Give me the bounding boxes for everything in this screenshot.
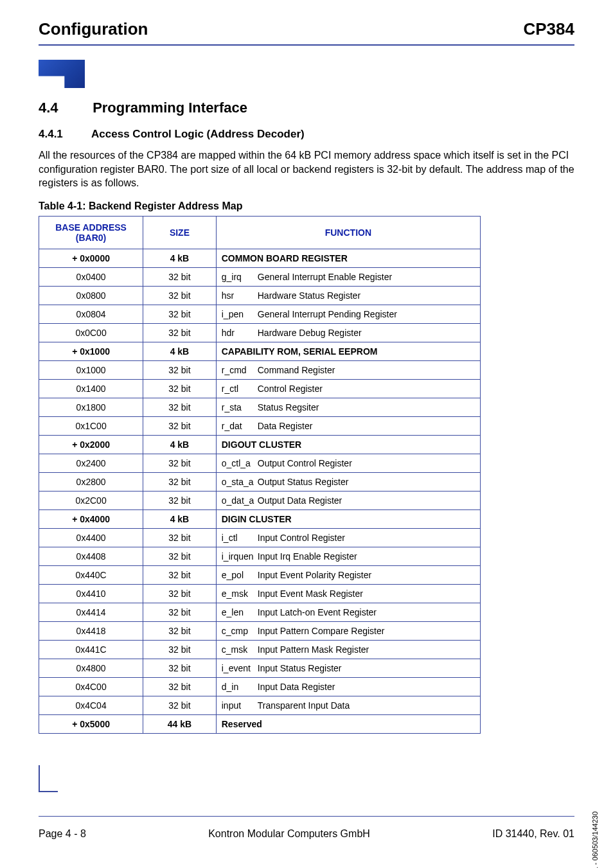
cell-function: DIGOUT CLUSTER xyxy=(216,435,480,454)
cell-size: 32 bit xyxy=(143,565,217,584)
cell-function: i_eventInput Status Register xyxy=(216,659,480,677)
fn-short: o_sta_a xyxy=(222,477,258,487)
cell-function: o_sta_aOutput Status Register xyxy=(216,472,480,491)
fn-short: r_cmd xyxy=(222,365,258,375)
cell-address: 0x4800 xyxy=(39,659,143,677)
cell-function: DIGIN CLUSTER xyxy=(216,509,480,528)
cell-address: 0x440C xyxy=(39,565,143,584)
footer-right: ID 31440, Rev. 01 xyxy=(492,828,574,840)
fn-short: o_dat_a xyxy=(222,495,258,506)
cell-size: 32 bit xyxy=(143,286,217,305)
table-row: 0x2C0032 bito_dat_aOutput Data Register xyxy=(39,491,481,509)
table-row: 0x4C0032 bitd_inInput Data Register xyxy=(39,677,481,696)
logo-icon xyxy=(39,60,85,88)
cell-address: 0x0800 xyxy=(39,286,143,305)
fn-short: c_msk xyxy=(222,644,258,655)
table-row: 0x040032 bitg_irqGeneral Interrupt Enabl… xyxy=(39,267,481,286)
cell-size: 32 bit xyxy=(143,379,217,398)
fn-short: i_event xyxy=(222,663,258,673)
table-caption: Table 4-1: Backend Register Address Map xyxy=(39,200,574,212)
section-title: Programming Interface xyxy=(93,100,247,116)
fn-desc: Output Status Register xyxy=(258,477,349,487)
table-row: 0x100032 bitr_cmdCommand Register xyxy=(39,360,481,379)
cell-size: 32 bit xyxy=(143,659,217,677)
cell-function: r_cmdCommand Register xyxy=(216,360,480,379)
table-row: 0x480032 biti_eventInput Status Register xyxy=(39,659,481,677)
cell-function: e_polInput Event Polarity Register xyxy=(216,565,480,584)
table-row: 0x441C32 bitc_mskInput Pattern Mask Regi… xyxy=(39,640,481,659)
fn-desc: Input Event Polarity Register xyxy=(258,570,371,580)
cell-function: COMMON BOARD REGISTER xyxy=(216,249,480,267)
cell-address: 0x4414 xyxy=(39,603,143,621)
fn-short: d_in xyxy=(222,682,258,692)
th-address: BASE ADDRESS (BAR0) xyxy=(39,216,143,249)
table-row: 0x441432 bite_lenInput Latch-on Event Re… xyxy=(39,603,481,621)
fn-desc: Input Status Register xyxy=(258,663,342,673)
cell-function: i_penGeneral Interrupt Pending Register xyxy=(216,305,480,323)
fn-desc: General Interrupt Enable Register xyxy=(258,272,392,282)
cell-size: 32 bit xyxy=(143,621,217,640)
footer-left: Page 4 - 8 xyxy=(39,828,86,840)
fn-desc: Output Data Register xyxy=(258,495,342,506)
cell-function: e_mskInput Event Mask Register xyxy=(216,584,480,603)
cell-function: o_ctl_aOutput Control Register xyxy=(216,454,480,472)
cell-address: 0x441C xyxy=(39,640,143,659)
table-row: 0x0C0032 bithdrHardware Debug Register xyxy=(39,323,481,342)
table-row: 0x440032 biti_ctlInput Control Register xyxy=(39,528,481,547)
cell-function: e_lenInput Latch-on Event Register xyxy=(216,603,480,621)
fn-desc: Transparent Input Data xyxy=(258,700,350,711)
cell-address: 0x4C04 xyxy=(39,696,143,714)
cell-size: 32 bit xyxy=(143,677,217,696)
cell-address: 0x4C00 xyxy=(39,677,143,696)
cell-function: r_staStatus Regsiter xyxy=(216,398,480,416)
fn-short: i_irquen xyxy=(222,551,258,562)
fn-desc: Input Irq Enable Register xyxy=(258,551,357,562)
cell-size: 44 kB xyxy=(143,714,217,733)
cell-function: g_irqGeneral Interrupt Enable Register xyxy=(216,267,480,286)
cell-function: c_mskInput Pattern Mask Register xyxy=(216,640,480,659)
cell-address: 0x1000 xyxy=(39,360,143,379)
cell-function: r_datData Register xyxy=(216,416,480,435)
cell-size: 32 bit xyxy=(143,398,217,416)
header-left: Configuration xyxy=(39,19,148,39)
cell-size: 32 bit xyxy=(143,584,217,603)
subsection-heading: 4.4.1 Access Control Logic (Address Deco… xyxy=(39,128,574,141)
cell-function: i_ctlInput Control Register xyxy=(216,528,480,547)
fn-short: input xyxy=(222,700,258,711)
body-paragraph: All the resources of the CP384 are mappe… xyxy=(39,148,574,190)
section-heading: 4.4 Programming Interface xyxy=(39,100,574,116)
cell-function: c_cmpInput Pattern Compare Register xyxy=(216,621,480,640)
cell-size: 4 kB xyxy=(143,435,217,454)
cell-function: i_irquenInput Irq Enable Register xyxy=(216,547,480,565)
fn-desc: Hardware Debug Register xyxy=(258,328,362,338)
revision-sidetext: RevNr. = CP384 - 31440_01 - 060503/14423… xyxy=(591,811,599,868)
th-function: FUNCTION xyxy=(216,216,480,249)
cell-function: inputTransparent Input Data xyxy=(216,696,480,714)
cell-size: 32 bit xyxy=(143,323,217,342)
fn-short: e_msk xyxy=(222,589,258,599)
page-header: Configuration CP384 xyxy=(39,19,574,39)
fn-desc: Input Control Register xyxy=(258,533,345,543)
fn-short: o_ctl_a xyxy=(222,458,258,468)
fn-desc: Output Control Register xyxy=(258,458,352,468)
table-row: 0x440C32 bite_polInput Event Polarity Re… xyxy=(39,565,481,584)
table-row: 0x441032 bite_mskInput Event Mask Regist… xyxy=(39,584,481,603)
fn-short: c_cmp xyxy=(222,626,258,636)
cell-address: 0x0C00 xyxy=(39,323,143,342)
table-row: 0x1C0032 bitr_datData Register xyxy=(39,416,481,435)
cell-size: 32 bit xyxy=(143,603,217,621)
fn-desc: Status Regsiter xyxy=(258,402,319,412)
table-row: + 0x10004 kBCAPABILITY ROM, SERIAL EEPRO… xyxy=(39,342,481,360)
cell-function: r_ctlControl Register xyxy=(216,379,480,398)
fn-desc: Input Event Mask Register xyxy=(258,589,363,599)
cell-address: + 0x1000 xyxy=(39,342,143,360)
cell-size: 4 kB xyxy=(143,249,217,267)
table-row: 0x140032 bitr_ctlControl Register xyxy=(39,379,481,398)
cell-function: hsrHardware Status Register xyxy=(216,286,480,305)
fn-short: r_ctl xyxy=(222,384,258,394)
cell-function: d_inInput Data Register xyxy=(216,677,480,696)
table-row: 0x080432 biti_penGeneral Interrupt Pendi… xyxy=(39,305,481,323)
table-row: + 0x20004 kBDIGOUT CLUSTER xyxy=(39,435,481,454)
cell-size: 32 bit xyxy=(143,267,217,286)
subsection-title: Access Control Logic (Address Decoder) xyxy=(91,128,305,140)
